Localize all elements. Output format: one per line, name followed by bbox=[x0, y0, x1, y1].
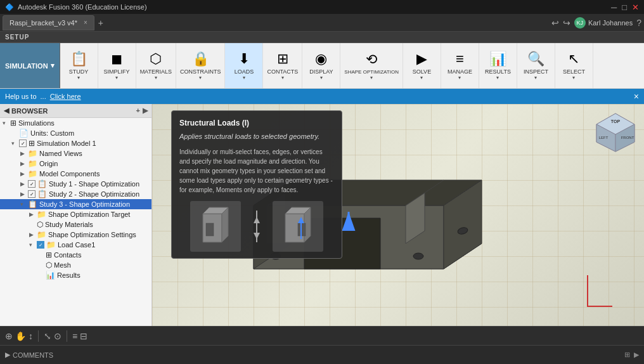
grid-button[interactable]: ⊟ bbox=[80, 331, 87, 341]
tree-item[interactable]: ▶✓📋Study 1 - Shape Optimization bbox=[0, 179, 151, 189]
comments-expand-icon[interactable]: ▶ bbox=[5, 351, 10, 359]
solve-arrow: ▾ bbox=[420, 75, 423, 81]
zoom-button[interactable]: ↕ bbox=[29, 331, 33, 341]
tab-close-button[interactable]: × bbox=[84, 19, 87, 26]
maximize-button[interactable]: □ bbox=[622, 3, 627, 12]
tree-item[interactable]: ▶📁Shape Optimization Target bbox=[0, 209, 151, 219]
constraints-label: CONSTRAINTS bbox=[180, 68, 221, 75]
tree-checkbox[interactable]: ✓ bbox=[28, 180, 35, 188]
tooltip-img-center bbox=[247, 201, 266, 252]
manage-arrow: ▾ bbox=[458, 75, 461, 81]
display-icon: ◉ bbox=[315, 51, 327, 67]
tree-item[interactable]: ⬡Mesh bbox=[0, 260, 151, 270]
minimize-button[interactable]: ─ bbox=[611, 3, 617, 12]
tree-checkbox[interactable]: ✓ bbox=[19, 140, 27, 147]
tree-icon: ⊞ bbox=[29, 139, 35, 148]
tree-label: Model Components bbox=[39, 170, 100, 178]
tree-item[interactable]: ▾✓📁Load Case1 bbox=[0, 240, 151, 250]
title-bar-controls[interactable]: ─ □ ✕ bbox=[611, 3, 639, 12]
study-arrow: ▾ bbox=[77, 75, 80, 81]
simulation-dropdown[interactable]: SIMULATION ▾ bbox=[0, 43, 60, 88]
nav-cube[interactable]: TOP LEFT FRONT bbox=[593, 110, 638, 155]
shape-opt-arrow: ▾ bbox=[370, 75, 373, 81]
study-icon: 📋 bbox=[70, 51, 87, 67]
ribbon-contacts[interactable]: ⊞ CONTACTS ▾ bbox=[263, 43, 302, 88]
tree-item[interactable]: ▶✓📋Study 2 - Shape Optimization bbox=[0, 189, 151, 199]
ribbon-solve[interactable]: ▶ SOLVE ▾ bbox=[403, 43, 441, 88]
orbit-button[interactable]: ⊕ bbox=[5, 331, 13, 341]
ribbon-inspect[interactable]: 🔍 INSPECT ▾ bbox=[517, 43, 555, 88]
tree-item[interactable]: 📊Results bbox=[0, 270, 151, 280]
bottom-toolbar: ⊕ ✋ ↕ ⤡ ⊙ ≡ ⊟ bbox=[0, 326, 644, 345]
tooltip-title: Structural Loads (I) bbox=[179, 117, 334, 129]
info-text: Help us to bbox=[5, 93, 37, 100]
browser-action1[interactable]: + bbox=[136, 107, 140, 115]
tree-arrow: ▶ bbox=[20, 191, 27, 197]
tree-label: Contacts bbox=[54, 251, 81, 259]
constraints-icon: 🔒 bbox=[192, 51, 209, 67]
browser-expand-icon[interactable]: ◀ bbox=[4, 107, 9, 115]
info-link[interactable]: Click here bbox=[50, 93, 81, 100]
fit-button[interactable]: ⤡ bbox=[44, 331, 51, 341]
contacts-label: CONTACTS bbox=[267, 68, 298, 75]
select-arrow: ▾ bbox=[572, 75, 575, 81]
comments-expand-right[interactable]: ▶ bbox=[634, 351, 639, 359]
tree-label: Study 3 - Shape Optimization bbox=[39, 200, 130, 208]
tree-item[interactable]: 📄Units: Custom bbox=[0, 128, 151, 138]
ribbon: SIMULATION ▾ 📋 STUDY ▾ ◼ SIMPLIFY ▾ ⬡ MA… bbox=[0, 43, 644, 89]
ribbon-constraints[interactable]: 🔒 CONSTRAINTS ▾ bbox=[176, 43, 226, 88]
tree-item[interactable]: ▾⊞Simulations bbox=[0, 118, 151, 128]
structural-loads-tooltip: Structural Loads (I) Applies structural … bbox=[171, 110, 342, 259]
ribbon-shape-opt[interactable]: ⟲ SHAPE OPTIMIZATION ▾ bbox=[340, 43, 403, 88]
browser-tree: ▾⊞Simulations📄Units: Custom▾✓⊞Simulation… bbox=[0, 118, 151, 326]
tree-icon: ⬡ bbox=[37, 220, 43, 229]
ribbon-display[interactable]: ◉ DISPLAY ▾ bbox=[302, 43, 340, 88]
tree-checkbox[interactable]: ✓ bbox=[37, 241, 44, 249]
tooltip-body: Individually or multi-select faces, edge… bbox=[179, 147, 334, 195]
tree-item[interactable]: ▾✓⊞Simulation Model 1 bbox=[0, 138, 151, 148]
browser-action2[interactable]: ▶ bbox=[143, 107, 148, 115]
tree-item[interactable]: ▾📋Study 3 - Shape Optimization bbox=[0, 199, 151, 209]
info-bar: Help us to ... Click here × bbox=[0, 89, 644, 104]
ribbon-loads[interactable]: ⬇ LOADS ▾ bbox=[225, 43, 263, 88]
ribbon-simplify[interactable]: ◼ SIMPLIFY ▾ bbox=[98, 43, 136, 88]
tree-checkbox[interactable]: ✓ bbox=[28, 190, 35, 198]
close-button[interactable]: ✕ bbox=[632, 3, 639, 12]
tree-item[interactable]: ⊞Contacts bbox=[0, 250, 151, 260]
tree-item[interactable]: ▶📁Model Components bbox=[0, 169, 151, 179]
tree-arrow: ▶ bbox=[29, 211, 35, 218]
constraints-arrow: ▾ bbox=[199, 75, 202, 81]
view-button[interactable]: ⊙ bbox=[54, 331, 61, 341]
undo-button[interactable]: ↩ bbox=[551, 18, 559, 28]
loads-arrow: ▾ bbox=[243, 75, 245, 81]
tree-item[interactable]: ▶📁Origin bbox=[0, 159, 151, 169]
comments-action[interactable]: ⊞ bbox=[624, 351, 630, 359]
ribbon-results[interactable]: 📊 RESULTS ▾ bbox=[479, 43, 517, 88]
tree-item[interactable]: ▶📁Shape Optimization Settings bbox=[0, 230, 151, 240]
display-mode-button[interactable]: ≡ bbox=[72, 331, 77, 341]
pan-button[interactable]: ✋ bbox=[15, 331, 26, 341]
ribbon-select[interactable]: ↖ SELECT ▾ bbox=[555, 43, 593, 88]
infobar-close-button[interactable]: × bbox=[634, 91, 639, 101]
tree-arrow: ▶ bbox=[20, 181, 27, 187]
tree-icon: 📊 bbox=[46, 271, 55, 280]
tree-label: Shape Optimization Settings bbox=[48, 231, 136, 238]
tree-item[interactable]: ▶📁Named Views bbox=[0, 148, 151, 159]
ribbon-manage[interactable]: ≡ MANAGE ▾ bbox=[441, 43, 479, 88]
tree-icon: 📋 bbox=[28, 200, 37, 209]
contacts-icon: ⊞ bbox=[277, 51, 288, 67]
redo-button[interactable]: ↪ bbox=[563, 18, 570, 28]
viewport[interactable]: TOP LEFT FRONT Structural Loads (I) Appl… bbox=[152, 104, 644, 326]
help-button[interactable]: ? bbox=[636, 18, 641, 28]
tree-label: Results bbox=[57, 271, 80, 279]
active-tab[interactable]: Raspi_bracket_v3 v4* × bbox=[3, 15, 94, 30]
setup-bar: SETUP bbox=[0, 32, 644, 43]
manage-label: MANAGE bbox=[448, 68, 472, 75]
ribbon-materials[interactable]: ⬡ MATERIALS ▾ bbox=[136, 43, 176, 88]
app-icon: 🔷 bbox=[5, 3, 14, 11]
new-tab-button[interactable]: + bbox=[98, 18, 103, 28]
tree-item[interactable]: ⬡Study Materials bbox=[0, 219, 151, 230]
ribbon-study[interactable]: 📋 STUDY ▾ bbox=[60, 43, 98, 88]
svg-rect-26 bbox=[206, 223, 214, 236]
tree-icon: 📋 bbox=[37, 190, 47, 198]
